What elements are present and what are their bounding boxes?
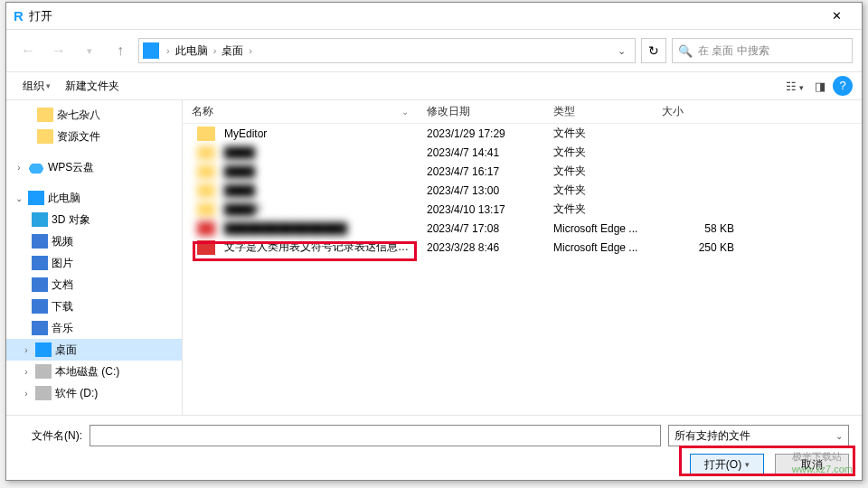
sidebar-item-desktop[interactable]: ›桌面 [6,339,182,361]
file-type: 文件夹 [544,126,653,141]
caret-icon: › [21,367,32,377]
crumb-pc[interactable]: 此电脑 [174,42,210,61]
file-name: ████ [215,146,418,159]
file-date: 2023/3/28 8:46 [418,241,544,254]
sidebar-item-docs[interactable]: 文档 [6,274,182,296]
sidebar-item-3d[interactable]: 3D 对象 [6,209,182,230]
filename-input[interactable] [90,425,661,446]
pc-icon [143,42,159,59]
toolbar: 组织▾ 新建文件夹 ☷ ▾ ◨ ? [6,71,862,100]
column-headers: 名称⌄ 修改日期 类型 大小 [183,100,862,124]
refresh-button[interactable]: ↻ [641,38,666,63]
col-type[interactable]: 类型 [544,104,653,119]
chevron-down-icon: ⌄ [401,107,409,117]
music-icon [32,321,48,335]
disk-icon [35,386,52,400]
caret-icon: › [21,389,32,399]
dialog-body: 杂七杂八 资源文件 ›WPS云盘 ⌄此电脑 3D 对象 视频 图片 文档 下载 … [6,100,862,415]
sidebar-item-net[interactable]: 网络 [6,413,182,415]
search-placeholder: 在 桌面 中搜索 [698,43,769,59]
file-filter-dropdown[interactable]: 所有支持的文件⌄ [668,425,849,446]
sidebar: 杂七杂八 资源文件 ›WPS云盘 ⌄此电脑 3D 对象 视频 图片 文档 下载 … [6,100,183,415]
preview-pane-button[interactable]: ◨ [807,80,833,93]
watermark: 极光下载站 www.xz7.com [792,450,853,474]
filename-label: 文件名(N): [19,428,82,444]
app-logo-icon: R [14,8,24,23]
forward-button[interactable]: → [46,42,71,59]
download-icon [32,299,48,314]
chevron-down-icon: ⌄ [835,431,843,441]
col-date[interactable]: 修改日期 [418,104,544,119]
folder-icon [197,164,215,179]
help-button[interactable]: ? [833,76,853,96]
disk-icon [35,364,52,379]
file-row[interactable]: ████F2023/4/10 13:17文件夹 [183,200,862,219]
open-button[interactable]: 打开(O)▾ [690,454,764,475]
folder-icon [197,202,215,217]
file-row[interactable]: ████2023/4/7 13:00文件夹 [183,181,862,200]
path-dropdown-icon[interactable]: ⌄ [612,45,631,57]
folder-icon [37,129,53,144]
sidebar-item-diskd[interactable]: ›软件 (D:) [6,382,182,404]
breadcrumb[interactable]: › 此电脑 › 桌面 › ⌄ [138,38,636,63]
close-button[interactable]: ✕ [818,9,854,23]
pc-icon [28,191,44,205]
pdf-icon [197,240,215,255]
file-row[interactable]: 文字是人类用表义符号记录表达信息以传.2023/3/28 8:46Microso… [183,238,862,257]
file-type: Microsoft Edge ... [544,222,653,235]
cube-icon [32,212,48,227]
folder-icon [197,127,215,141]
sidebar-item-pics[interactable]: 图片 [6,252,182,274]
video-icon [32,234,48,249]
sidebar-item-res[interactable]: 资源文件 [6,126,182,147]
file-row[interactable]: MyEditor2023/1/29 17:29文件夹 [183,124,862,143]
caret-icon: › [21,345,32,355]
file-date: 2023/4/7 14:41 [418,146,544,159]
file-name: ████ [215,184,418,197]
file-size: 58 KB [653,222,752,235]
sidebar-item-downloads[interactable]: 下载 [6,296,182,317]
nav-row: ← → ▾ ↑ › 此电脑 › 桌面 › ⌄ ↻ 🔍 在 桌面 中搜索 [6,30,862,71]
sidebar-item-misc[interactable]: 杂七杂八 [6,104,182,126]
sidebar-item-pc[interactable]: ⌄此电脑 [6,187,182,209]
file-row[interactable]: ████2023/4/7 14:41文件夹 [183,143,862,162]
search-input[interactable]: 🔍 在 桌面 中搜索 [672,38,853,63]
chevron-right-icon: › [245,45,256,56]
image-icon [32,256,48,270]
up-button[interactable]: ↑ [108,42,133,59]
sidebar-item-video[interactable]: 视频 [6,230,182,252]
sidebar-item-music[interactable]: 音乐 [6,317,182,339]
file-date: 2023/4/7 13:00 [418,184,544,197]
col-size[interactable]: 大小 [653,104,752,119]
chevron-right-icon: › [163,45,174,56]
file-row[interactable]: ████2023/4/7 16:17文件夹 [183,162,862,181]
file-date: 2023/4/7 17:08 [418,222,544,235]
folder-icon [197,145,215,160]
split-dropdown-icon[interactable]: ▾ [745,460,750,469]
file-pane: 名称⌄ 修改日期 类型 大小 MyEditor2023/1/29 17:29文件… [183,100,862,415]
sidebar-item-wps[interactable]: ›WPS云盘 [6,156,182,178]
file-type: 文件夹 [544,145,653,160]
cloud-icon [28,160,44,174]
view-mode-button[interactable]: ☷ ▾ [782,80,807,93]
col-name[interactable]: 名称⌄ [183,104,418,119]
file-type: 文件夹 [544,183,653,198]
chevron-right-icon: › [210,45,221,56]
new-folder-button[interactable]: 新建文件夹 [58,75,127,98]
filename-row: 文件名(N): 所有支持的文件⌄ [19,425,849,446]
desktop-icon [35,343,52,357]
caret-icon: › [14,163,24,173]
file-name: ████F [215,203,418,216]
footer: 文件名(N): 所有支持的文件⌄ 打开(O)▾ 取消 [6,415,862,480]
back-button[interactable]: ← [15,42,41,59]
file-type: 文件夹 [544,164,653,179]
file-row[interactable]: ████████████████2023/4/7 17:08Microsoft … [183,219,862,238]
sidebar-item-diskc[interactable]: ›本地磁盘 (C:) [6,361,182,382]
button-row: 打开(O)▾ 取消 [19,454,849,475]
recent-dropdown[interactable]: ▾ [77,45,102,57]
search-icon: 🔍 [678,44,693,58]
crumb-desktop[interactable]: 桌面 [220,42,245,61]
dialog-title: 打开 [29,8,818,24]
organize-button[interactable]: 组织▾ [15,75,58,98]
caret-down-icon: ⌄ [14,193,24,203]
